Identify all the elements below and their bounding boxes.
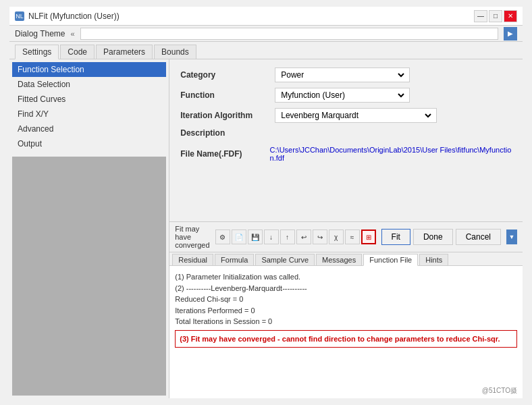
tab-settings[interactable]: Settings — [15, 45, 59, 59]
top-tabs: Settings Code Parameters Bounds — [9, 42, 523, 59]
bottom-tab-messages[interactable]: Messages — [316, 254, 362, 265]
iteration-select-wrapper[interactable]: Levenberg Marquardt Simplex — [275, 108, 437, 123]
cancel-button[interactable]: Cancel — [456, 229, 501, 245]
window-controls: — □ ✕ — [474, 10, 517, 22]
category-select-wrapper[interactable]: Power Linear Polynomial Exponential — [275, 68, 410, 82]
bottom-tab-function-file[interactable]: Function File — [363, 254, 418, 266]
maximize-button[interactable]: □ — [489, 10, 502, 22]
msg-line-3: Reduced Chi-sqr = 0 — [175, 294, 517, 305]
iteration-label: Iteration Algorithm — [180, 111, 275, 120]
msg-line-5: Total Iterations in Session = 0 — [175, 316, 517, 327]
error-message: (3) Fit may have converged - cannot find… — [175, 330, 517, 348]
tool-btn-6[interactable]: ↩ — [296, 230, 311, 244]
description-row: Description — [180, 128, 512, 140]
right-side: Category Power Linear Polynomial Exponen… — [169, 59, 523, 398]
watermark: @51CTO摄 — [482, 386, 517, 396]
tab-code[interactable]: Code — [60, 45, 95, 59]
dialog-theme-input[interactable] — [80, 28, 498, 40]
action-buttons: Fit Done Cancel — [381, 229, 501, 245]
function-row: Function Myfunction (User) — [180, 88, 512, 103]
left-panel: Function Selection Data Selection Fitted… — [9, 59, 169, 398]
msg-line-2: (2) ----------Levenberg-Marquardt-------… — [175, 283, 517, 294]
close-button[interactable]: ✕ — [504, 10, 517, 22]
category-select[interactable]: Power Linear Polynomial Exponential — [278, 70, 406, 80]
filename-row: File Name(.FDF) C:\Users\JCChan\Document… — [180, 146, 512, 162]
filename-label: File Name(.FDF) — [180, 149, 269, 159]
form-panel: Category Power Linear Polynomial Exponen… — [169, 59, 523, 221]
app-icon: NL — [15, 11, 24, 21]
nav-item-function-selection[interactable]: Function Selection — [12, 62, 166, 77]
category-row: Category Power Linear Polynomial Exponen… — [180, 68, 512, 82]
minimize-button[interactable]: — — [474, 10, 487, 22]
category-label: Category — [180, 70, 275, 80]
main-window: NL NLFit (Myfunction (User)) — □ ✕ Dialo… — [9, 7, 523, 398]
tool-btn-1[interactable]: ⚙ — [215, 230, 230, 244]
iteration-select[interactable]: Levenberg Marquardt Simplex — [278, 110, 433, 121]
nav-list: Function Selection Data Selection Fitted… — [9, 59, 169, 154]
window-title: NLFit (Myfunction (User)) — [28, 11, 119, 21]
nav-item-advanced[interactable]: Advanced — [12, 122, 166, 136]
tab-parameters[interactable]: Parameters — [96, 45, 153, 59]
bottom-tab-hints[interactable]: Hints — [419, 254, 448, 265]
status-text: Fit may have converged — [175, 225, 209, 249]
tool-btn-10[interactable]: ⊞ — [361, 230, 376, 244]
dialog-theme-arrow[interactable]: ▶ — [504, 27, 517, 40]
file-path[interactable]: C:\Users\JCChan\Documents\OriginLab\2015… — [270, 146, 512, 162]
tool-btn-8[interactable]: χ — [329, 230, 344, 244]
nav-item-fitted-curves[interactable]: Fitted Curves — [12, 92, 166, 107]
nav-item-data-selection[interactable]: Data Selection — [12, 77, 166, 92]
expand-arrow[interactable]: ▼ — [506, 230, 517, 244]
status-bar: Fit may have converged ⚙ 📄 💾 ↓ ↑ ↩ ↪ χ ≈… — [169, 221, 523, 252]
tool-btn-3[interactable]: 💾 — [248, 230, 263, 244]
nav-item-find-xy[interactable]: Find X/Y — [12, 107, 166, 122]
message-area: (1) Parameter Initialization was called.… — [169, 266, 523, 398]
description-label: Description — [180, 128, 275, 138]
tool-btn-7[interactable]: ↪ — [313, 230, 327, 244]
function-select-wrapper[interactable]: Myfunction (User) — [275, 88, 410, 103]
tool-btn-4[interactable]: ↓ — [264, 230, 279, 244]
dialog-theme-bar: Dialog Theme « ▶ — [9, 26, 523, 42]
bottom-tab-residual[interactable]: Residual — [172, 254, 213, 265]
dialog-theme-separator: « — [70, 30, 74, 38]
bottom-tab-formula[interactable]: Formula — [215, 254, 254, 265]
bottom-section: Residual Formula Sample Curve Messages F… — [169, 252, 523, 398]
tab-bounds[interactable]: Bounds — [154, 45, 196, 59]
toolbar-icons: ⚙ 📄 💾 ↓ ↑ ↩ ↪ χ ≈ ⊞ — [215, 230, 376, 244]
content-area: Function Selection Data Selection Fitted… — [9, 59, 523, 398]
iteration-row: Iteration Algorithm Levenberg Marquardt … — [180, 108, 512, 123]
preview-area — [12, 157, 166, 396]
function-select[interactable]: Myfunction (User) — [278, 90, 406, 101]
dialog-theme-label: Dialog Theme — [15, 29, 65, 38]
title-bar: NL NLFit (Myfunction (User)) — □ ✕ — [9, 7, 523, 26]
msg-line-1: (1) Parameter Initialization was called. — [175, 271, 517, 283]
done-button[interactable]: Done — [413, 229, 453, 245]
tool-btn-9[interactable]: ≈ — [345, 230, 360, 244]
bottom-tab-sample-curve[interactable]: Sample Curve — [255, 254, 315, 265]
msg-line-4: Iterations Performed = 0 — [175, 305, 517, 317]
bottom-tabs: Residual Formula Sample Curve Messages F… — [169, 252, 523, 266]
fit-button[interactable]: Fit — [381, 229, 410, 245]
nav-item-output[interactable]: Output — [12, 136, 166, 151]
tool-btn-2[interactable]: 📄 — [232, 230, 246, 244]
tool-btn-5[interactable]: ↑ — [280, 230, 295, 244]
title-bar-left: NL NLFit (Myfunction (User)) — [15, 11, 119, 21]
function-label: Function — [180, 90, 275, 100]
